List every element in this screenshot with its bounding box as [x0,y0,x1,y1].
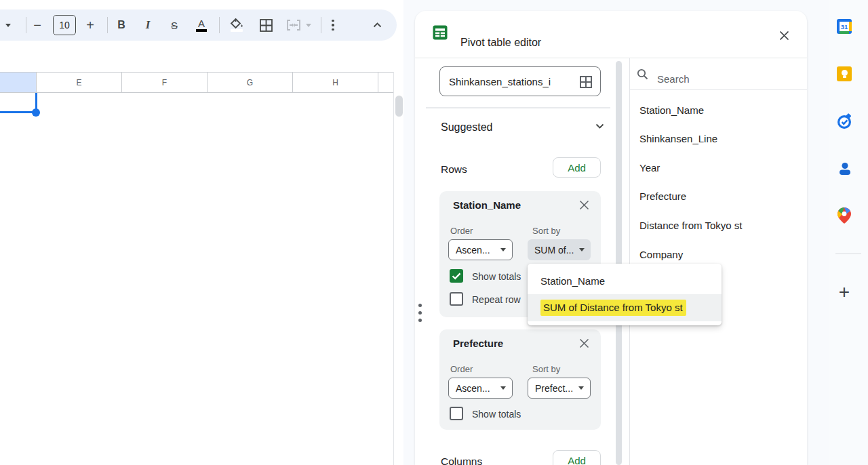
toolbar-divider [107,17,108,33]
editor-scrollbar[interactable] [616,61,622,465]
order-select[interactable]: Ascen... [448,378,513,399]
card-title: Station_Name [453,199,521,211]
checkmark-icon [450,269,463,283]
show-totals-checkbox-checked[interactable] [450,269,463,283]
keep-icon[interactable] [837,66,852,81]
merge-cells-caret-icon[interactable] [304,9,313,41]
field-search-input[interactable] [656,69,794,88]
caret-down-icon [578,386,584,390]
highlighted-text: SUM of Distance from Tokyo st [540,300,686,316]
field-list-item[interactable]: Station_Name [639,104,704,117]
google-sheets-screen: − 10 + B I S A [0,0,868,465]
column-header-h[interactable]: H [293,73,378,92]
field-list-item[interactable]: Prefecture [639,190,686,203]
sheet-vertical-scrollbar[interactable] [395,96,403,117]
select-data-range-icon[interactable] [579,75,593,89]
toolbar-overflow-caret-icon[interactable] [3,9,14,41]
close-panel-button[interactable] [776,27,792,43]
toolbar-more-button[interactable] [328,9,338,41]
column-header-f[interactable]: F [122,73,208,92]
search-icon [637,68,648,80]
cell-selection-border-bottom [0,111,37,113]
show-totals-label: Show totals [472,270,521,283]
paint-bucket-icon [230,18,243,28]
data-range-input[interactable] [449,67,578,96]
italic-button[interactable]: I [141,9,155,41]
calendar-icon[interactable]: 31 [837,19,852,34]
caret-down-icon [500,386,506,390]
merge-cells-button[interactable] [285,9,302,41]
strikethrough-button[interactable]: S [167,9,181,41]
maps-icon[interactable] [837,207,851,224]
sidebar-divider [835,254,861,254]
sort-by-select[interactable]: Prefect... [528,378,591,399]
toolbar-divider [219,17,220,33]
toolbar-divider [26,17,26,33]
row-field-card-prefecture: Prefecture Order Sort by Ascen... Prefec… [439,329,601,430]
add-rows-button[interactable]: Add [553,157,601,178]
chevron-down-icon[interactable] [595,123,604,129]
data-range-field[interactable] [439,66,601,96]
field-list-item[interactable]: Year [639,161,660,175]
tasks-icon[interactable] [836,113,852,129]
sort-by-label: Sort by [532,226,560,236]
rows-section-label: Rows [441,163,467,176]
remove-field-icon[interactable] [579,200,589,210]
menu-item-sum-distance[interactable]: SUM of Distance from Tokyo st [528,294,722,321]
workspace-side-panel: 31 + [829,0,868,465]
column-header-selected-partial[interactable] [0,73,37,92]
contacts-icon[interactable] [837,162,852,176]
vertical-dots-icon [332,20,334,31]
field-list-item[interactable]: Company [639,248,683,262]
order-label: Order [450,226,473,236]
text-color-button[interactable]: A [195,9,208,41]
card-title: Prefecture [453,338,503,349]
section-divider [426,107,610,108]
sort-by-select[interactable]: SUM of... [528,239,591,260]
remove-field-icon[interactable] [579,338,589,348]
toolbar-divider [321,17,321,33]
toolbar: − 10 + B I S A [0,9,397,41]
show-totals-checkbox[interactable] [450,407,463,420]
column-header-partial[interactable] [378,73,393,92]
repeat-row-labels-label: Repeat row [472,294,521,306]
panel-vertical-divider [629,58,630,465]
field-list-item[interactable]: Shinkansen_Line [639,132,717,146]
field-list-item[interactable]: Distance from Tokyo st [639,219,742,232]
bold-button[interactable]: B [115,9,128,41]
pivot-table-editor-panel: Pivot table editor Suggested Rows Add St… [415,11,807,465]
caret-down-icon [500,248,506,251]
panel-title: Pivot table editor [460,35,541,50]
pivot-table-icon [433,25,448,40]
font-size-decrease-button[interactable]: − [31,9,44,41]
column-header-g[interactable]: G [208,73,293,92]
suggested-section-label[interactable]: Suggested [441,121,493,134]
fill-color-button[interactable] [229,9,245,41]
search-divider [629,89,807,90]
borders-button[interactable] [258,9,274,41]
chevron-up-icon [373,22,382,28]
column-header-row: E F G H [0,72,393,93]
panel-header-divider [415,58,807,58]
borders-icon [260,19,273,32]
caret-down-icon [579,248,585,251]
close-icon [779,31,789,41]
sort-by-label: Sort by [532,364,560,374]
font-size-input[interactable]: 10 [53,15,76,35]
add-columns-button[interactable]: Add [553,450,601,465]
grid-edge-line [393,72,394,465]
hide-menus-button[interactable] [372,9,382,41]
get-add-ons-button[interactable]: + [829,280,860,304]
font-size-increase-button[interactable]: + [83,9,97,41]
columns-section-label: Columns [441,455,482,465]
menu-item-station-name[interactable]: Station_Name [528,268,722,294]
sort-by-dropdown-menu: Station_Name SUM of Distance from Tokyo … [528,264,722,325]
panel-resize-handle-icon[interactable] [418,304,422,322]
show-totals-label: Show totals [472,408,521,420]
order-select[interactable]: Ascen... [448,239,513,260]
order-label: Order [450,364,473,374]
repeat-row-labels-checkbox[interactable] [450,292,463,306]
merge-cells-icon [286,19,301,31]
column-header-e[interactable]: E [37,73,122,92]
cell-selection-fill-handle[interactable] [32,108,40,117]
